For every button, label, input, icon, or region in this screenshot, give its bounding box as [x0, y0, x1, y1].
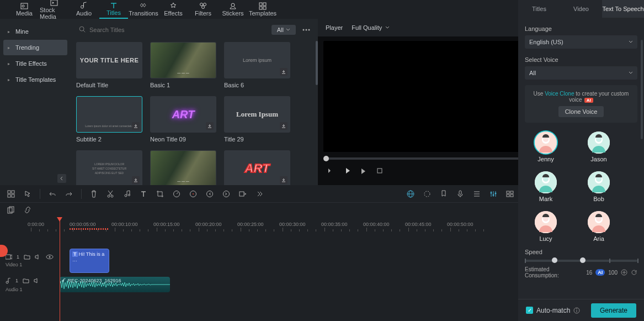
thumbnail[interactable]: ART: [150, 96, 216, 133]
delete-button[interactable]: [89, 190, 98, 198]
sidebar-item-trending[interactable]: ▸Trending: [3, 40, 67, 55]
track-copy-icon[interactable]: [7, 206, 15, 214]
folder-icon[interactable]: [24, 254, 30, 260]
title-clip[interactable]: THi! This is a …: [70, 249, 109, 273]
sidebar-item-title-templates[interactable]: ▸Title Templates: [3, 72, 67, 87]
crop-button[interactable]: [156, 190, 164, 198]
rtab-video[interactable]: Video: [560, 0, 602, 18]
clone-voice-button[interactable]: Clone Voice: [558, 106, 604, 117]
thumbnail[interactable]: Lorem ipsum: [224, 42, 290, 78]
undo-button[interactable]: [48, 190, 57, 198]
speed-dot[interactable]: [189, 190, 198, 198]
marker-icon[interactable]: [439, 190, 448, 198]
voice-jenny[interactable]: Jenny: [529, 131, 562, 162]
grid-icon[interactable]: [505, 190, 514, 198]
music-button[interactable]: [123, 190, 131, 198]
mixer-icon[interactable]: [489, 190, 498, 198]
thumbnail[interactable]: ART: [224, 150, 290, 185]
cut-button[interactable]: [106, 190, 115, 198]
keyframe-icon[interactable]: [238, 190, 247, 198]
voice-lucy[interactable]: Lucy: [529, 211, 562, 242]
mute-icon[interactable]: [34, 278, 40, 285]
language-select[interactable]: English (US): [525, 35, 637, 49]
link-icon[interactable]: [23, 206, 32, 214]
next-frame-button[interactable]: [359, 166, 368, 175]
title-tile[interactable]: LOREM IPSUM DOLORSIT AMET CONSECTETURADI…: [76, 150, 142, 185]
tab-stock-media[interactable]: Stock Media: [40, 0, 68, 19]
download-icon[interactable]: [132, 176, 140, 184]
refresh-icon[interactable]: [631, 269, 637, 276]
thumbnail[interactable]: — — —: [150, 42, 216, 78]
voice-jason[interactable]: Jason: [582, 131, 615, 162]
tab-media[interactable]: Media: [10, 0, 39, 19]
rpanel-scroll[interactable]: [641, 40, 643, 139]
title-tile[interactable]: Lorem IpsumTitle 29: [224, 96, 290, 143]
play-button[interactable]: [342, 166, 351, 175]
thumbnail[interactable]: Lorem Ipsum: [224, 96, 290, 133]
download-icon[interactable]: [132, 122, 140, 130]
voice-clone-link[interactable]: Voice Clone: [545, 91, 574, 97]
automatch-checkbox[interactable]: ✓ Auto-match: [526, 307, 580, 314]
title-tile[interactable]: Lorem ipsumBasic 6: [224, 42, 290, 88]
eye-icon[interactable]: [46, 254, 54, 260]
folder-icon[interactable]: [23, 278, 29, 285]
text-button[interactable]: [139, 190, 148, 198]
stop-button[interactable]: [375, 166, 384, 175]
speed-button[interactable]: [172, 190, 181, 198]
download-icon[interactable]: [280, 122, 288, 130]
quality-selector[interactable]: Full Quality: [352, 24, 390, 31]
credits-add-icon[interactable]: [621, 269, 627, 276]
list-icon[interactable]: [472, 190, 481, 198]
voice-mark[interactable]: Mark: [529, 171, 562, 202]
thumbnail[interactable]: LOREM IPSUM DOLORSIT AMET CONSECTETURADI…: [76, 150, 142, 185]
playhead[interactable]: [60, 217, 60, 321]
title-tile[interactable]: YOUR TITLE HEREDefault Title: [76, 42, 142, 88]
rtab-text-to-speech[interactable]: Text To Speech: [602, 0, 644, 18]
title-tile[interactable]: ART: [224, 150, 290, 185]
title-tile[interactable]: — — —Basic 1: [150, 42, 216, 88]
download-icon[interactable]: [280, 176, 288, 184]
tab-titles[interactable]: Titles: [99, 0, 128, 19]
pointer-tool[interactable]: [23, 190, 32, 198]
voice-filter-select[interactable]: All: [525, 66, 637, 80]
thumbnail[interactable]: YOUR TITLE HERE: [76, 42, 142, 78]
tab-audio[interactable]: Audio: [70, 0, 98, 19]
filter-dropdown[interactable]: All: [272, 25, 296, 35]
expand-icon[interactable]: [255, 190, 264, 198]
search-input[interactable]: [76, 23, 166, 36]
title-tile[interactable]: ARTNeon Title 09: [150, 96, 216, 143]
sidebar-collapse[interactable]: [57, 174, 66, 183]
tab-effects[interactable]: Effects: [159, 0, 188, 19]
prev-frame-button[interactable]: [326, 166, 334, 175]
ruler-tick: 00:00:10:00: [111, 222, 138, 227]
mute-icon[interactable]: [35, 254, 41, 260]
chevron-right-icon: ▸: [8, 77, 10, 82]
audio-clip[interactable]: REC-20240623_162916: [60, 277, 170, 292]
tab-filters[interactable]: Filters: [189, 0, 217, 19]
voice-bob[interactable]: Bob: [582, 171, 615, 202]
speed-slider[interactable]: [525, 260, 637, 262]
sidebar-item-mine[interactable]: ▸Mine: [3, 24, 67, 39]
download-icon[interactable]: [206, 122, 214, 130]
globe-icon[interactable]: [406, 190, 415, 198]
thumbnail[interactable]: Lorem ipsum dolor sit amet consectetur: [76, 96, 142, 133]
tab-transitions[interactable]: Transitions: [129, 0, 158, 19]
download-icon[interactable]: [280, 68, 288, 76]
info-icon[interactable]: [573, 307, 580, 314]
color-icon[interactable]: [423, 190, 432, 198]
title-tile[interactable]: — — —: [150, 150, 216, 185]
back-arrow-icon[interactable]: [205, 190, 214, 198]
generate-button[interactable]: Generate: [591, 303, 636, 318]
voice-aria[interactable]: Aria: [582, 211, 615, 242]
select-tool[interactable]: [7, 190, 15, 198]
rtab-titles[interactable]: Titles: [518, 0, 560, 18]
thumbnail[interactable]: — — —: [150, 150, 216, 185]
tab-stickers[interactable]: Stickers: [219, 0, 247, 19]
more-icon[interactable]: [300, 24, 312, 36]
sidebar-item-title-effects[interactable]: ▸Title Effects: [3, 56, 67, 71]
fwd-arrow-icon[interactable]: [222, 190, 231, 198]
title-tile[interactable]: Lorem ipsum dolor sit amet consecteturSu…: [76, 96, 142, 143]
redo-button[interactable]: [65, 190, 73, 198]
tab-templates[interactable]: Templates: [248, 0, 277, 19]
mic-icon[interactable]: [456, 190, 465, 198]
